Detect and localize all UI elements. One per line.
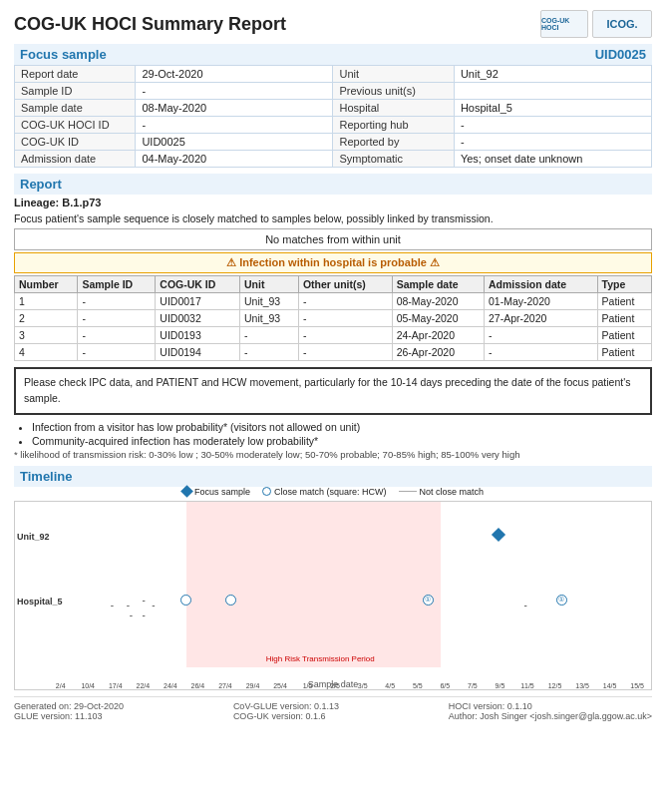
table-cell: - xyxy=(78,344,156,361)
table-row: COG-UK ID UID0025 Reported by - xyxy=(15,134,652,151)
not-close-line-icon xyxy=(399,491,417,493)
legend-focus-sample: Focus sample xyxy=(182,487,250,497)
focus-sample-heading: Focus sample UID0025 xyxy=(14,44,652,65)
row-label-hospital5: Hospital_5 xyxy=(17,597,63,607)
table-row: Admission date 04-May-2020 Symptomatic Y… xyxy=(15,151,652,168)
footer-middle: CoV-GLUE version: 0.1.13 COG-UK version:… xyxy=(233,701,339,721)
x-axis-label-container: Sample date xyxy=(15,677,651,689)
ipc-notice: Please check IPC data, and PATIENT and H… xyxy=(14,367,652,415)
table-cell: - xyxy=(298,344,392,361)
lineage-text: Lineage: B.1.p73 xyxy=(14,197,652,208)
table-cell: 3 xyxy=(15,327,78,344)
unit92-focus-diamond xyxy=(492,527,505,541)
table-row: COG-UK HOCI ID - Reporting hub - xyxy=(15,117,652,134)
field-value: - xyxy=(136,83,333,100)
legend-not-close: Not close match xyxy=(399,487,485,497)
table-cell: 26-Apr-2020 xyxy=(392,344,484,361)
field-label2: Reported by xyxy=(333,134,454,151)
close-match-circle-icon xyxy=(262,487,271,496)
table-row: 1-UID0017Unit_93-08-May-202001-May-2020P… xyxy=(15,293,652,310)
description-text: Focus patient's sample sequence is close… xyxy=(14,212,652,224)
table-cell: - xyxy=(298,310,392,327)
cov-glue-version: CoV-GLUE version: 0.1.13 xyxy=(233,701,339,711)
match-table-header-row: NumberSample IDCOG-UK IDUnitOther unit(s… xyxy=(15,276,652,293)
table-cell: UID0194 xyxy=(156,344,240,361)
focus-diamond-icon xyxy=(180,485,193,498)
table-cell: UID0017 xyxy=(156,293,240,310)
field-label: Report date xyxy=(15,66,136,83)
table-row: 4-UID0194--26-Apr-2020-Patient xyxy=(15,344,652,361)
field-value: 04-May-2020 xyxy=(136,151,333,168)
hosp5-dash-1: - xyxy=(111,600,114,610)
page-title: COG-UK HOCI Summary Report xyxy=(14,14,286,35)
field-value2: Yes; onset date unknown xyxy=(454,151,651,168)
high-risk-label: High Risk Transmission Period xyxy=(218,654,422,663)
no-matches-box: No matches from within unit xyxy=(14,228,652,250)
field-label: Sample ID xyxy=(15,83,136,100)
hosp5-dash-3: - xyxy=(143,595,146,606)
field-label: Admission date xyxy=(15,151,136,168)
timeline-section: Timeline Focus sample Close match (squar… xyxy=(14,466,652,690)
column-header: Other unit(s) xyxy=(298,276,392,293)
page-footer: Generated on: 29-Oct-2020 GLUE version: … xyxy=(14,696,652,721)
field-label2: Unit xyxy=(333,66,454,83)
column-header: Sample date xyxy=(392,276,484,293)
warning-box: ⚠ Infection within hospital is probable … xyxy=(14,252,652,273)
table-cell: Patient xyxy=(597,344,651,361)
uid-label: UID0025 xyxy=(595,47,646,62)
table-row: Sample ID - Previous unit(s) xyxy=(15,83,652,100)
table-cell: - xyxy=(78,293,156,310)
table-cell: 24-Apr-2020 xyxy=(392,327,484,344)
table-cell: Patient xyxy=(597,310,651,327)
table-cell: - xyxy=(298,327,392,344)
icog-logo: ICOG. xyxy=(592,10,652,38)
field-label: COG-UK HOCI ID xyxy=(15,117,136,134)
focus-sample-section: Focus sample UID0025 Report date 29-Oct-… xyxy=(14,44,652,168)
logos: COG-UK HOCI ICOG. xyxy=(540,10,652,38)
field-value: - xyxy=(136,117,333,134)
field-value2: Unit_92 xyxy=(454,66,651,83)
timeline-heading: Timeline xyxy=(14,466,652,487)
hosp5-dash-4: - xyxy=(152,600,155,610)
focus-sample-table: Report date 29-Oct-2020 Unit Unit_92 Sam… xyxy=(14,65,652,168)
table-cell: - xyxy=(485,344,598,361)
hosp5-circle-3: ① xyxy=(423,595,434,606)
timeline-inner: Unit_92 Hospital_5 High Risk Transmissio… xyxy=(15,502,651,689)
table-cell: - xyxy=(239,327,298,344)
footer-left: Generated on: 29-Oct-2020 GLUE version: … xyxy=(14,701,124,721)
legend-close-match: Close match (square: HCW) xyxy=(262,487,387,497)
table-cell: 27-Apr-2020 xyxy=(485,310,598,327)
field-value2: - xyxy=(454,134,651,151)
hosp5-circle-1 xyxy=(180,595,191,606)
field-value: UID0025 xyxy=(136,134,333,151)
field-value2 xyxy=(454,83,651,100)
table-cell: - xyxy=(485,327,598,344)
column-header: Unit xyxy=(239,276,298,293)
glue-version: GLUE version: 11.103 xyxy=(14,711,124,721)
high-risk-band xyxy=(186,502,441,667)
table-cell: 01-May-2020 xyxy=(485,293,598,310)
hosp5-circle-4: ① xyxy=(556,595,567,606)
table-row: Sample date 08-May-2020 Hospital Hospita… xyxy=(15,100,652,117)
table-cell: Patient xyxy=(597,293,651,310)
hosp5-dash-5: - xyxy=(130,609,133,620)
table-cell: - xyxy=(78,327,156,344)
field-label: Sample date xyxy=(15,100,136,117)
table-row: Report date 29-Oct-2020 Unit Unit_92 xyxy=(15,66,652,83)
field-value: 08-May-2020 xyxy=(136,100,333,117)
hosp5-dash-far: - xyxy=(523,600,526,610)
bullet-list: Infection from a visitor has low probabi… xyxy=(32,421,652,447)
hosp5-dash-6: - xyxy=(143,609,146,620)
table-cell: 05-May-2020 xyxy=(392,310,484,327)
table-cell: UID0193 xyxy=(156,327,240,344)
report-heading: Report xyxy=(14,174,652,195)
hosp5-circle-2 xyxy=(225,595,236,606)
field-label2: Previous unit(s) xyxy=(333,83,454,100)
generated-date: Generated on: 29-Oct-2020 xyxy=(14,701,124,711)
field-value2: - xyxy=(454,117,651,134)
field-value2: Hospital_5 xyxy=(454,100,651,117)
column-header: Number xyxy=(15,276,78,293)
table-cell: - xyxy=(239,344,298,361)
table-cell: - xyxy=(298,293,392,310)
timeline-chart: Unit_92 Hospital_5 High Risk Transmissio… xyxy=(14,501,652,690)
